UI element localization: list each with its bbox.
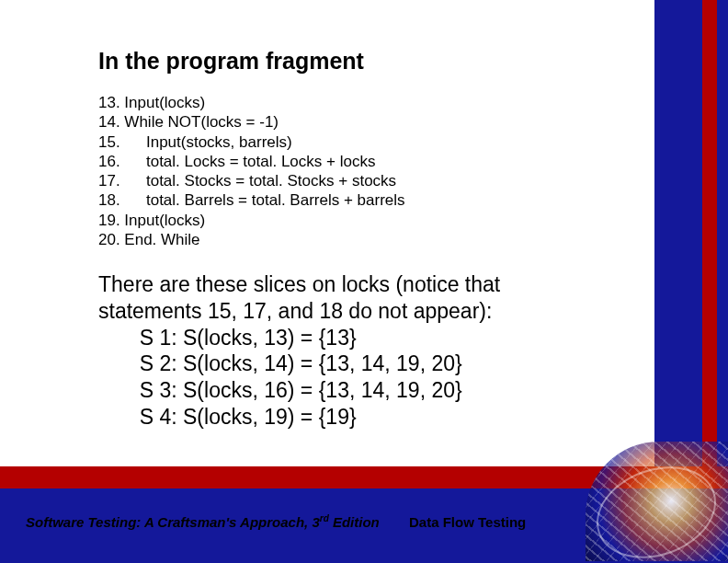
right-accent-stripe [702,0,717,466]
body-text: There are these slices on locks (notice … [98,271,636,431]
footer-chapter-title: Data Flow Testing [409,514,526,530]
decorative-globe-image [586,442,728,561]
footer-title-sup: rd [320,513,329,523]
slide: In the program fragment 13. Input(locks)… [0,0,728,563]
footer-title-post: Edition [329,514,380,530]
content-area: In the program fragment 13. Input(locks)… [98,48,636,431]
footer-book-title: Software Testing: A Craftsman's Approach… [26,513,380,530]
section-heading: In the program fragment [98,48,636,75]
footer-title-pre: Software Testing: A Craftsman's Approach… [26,514,320,530]
code-fragment: 13. Input(locks) 14. While NOT(locks = -… [98,93,636,249]
